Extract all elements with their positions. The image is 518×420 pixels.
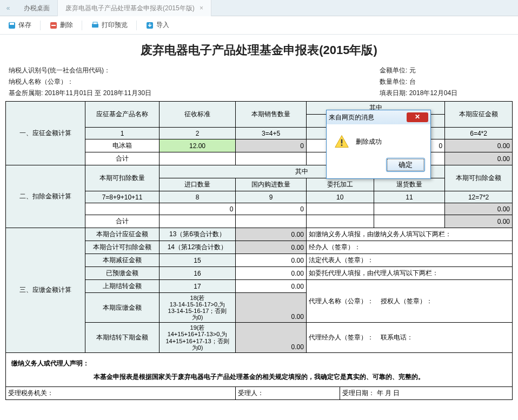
delete-icon (49, 21, 58, 30)
c11: 11 (374, 191, 445, 203)
r15l: 本期减征金额 (85, 254, 159, 267)
save-button[interactable]: 保存 (3, 18, 36, 32)
period-label: 基金所属期: (9, 89, 43, 97)
c7: 7=8+9+10+11 (85, 191, 159, 203)
import-icon (145, 21, 154, 30)
r14: 14（第12项合计数） (159, 241, 236, 254)
svg-rect-1 (10, 23, 14, 25)
declaration-head: 缴纳义务人或代理人声明： (8, 358, 510, 369)
footer-date: 受理日期： 年 月 日 (340, 386, 513, 399)
r17: 17 (159, 280, 236, 293)
footer-org: 受理税务机关： (6, 386, 236, 399)
save-icon (8, 21, 16, 30)
note6: 代理经办人（签章）： 联系电话： (306, 323, 512, 352)
note1: 如缴纳义务人填报，由缴纳义务人填写以下两栏： (306, 228, 512, 241)
delete-label: 删除 (60, 21, 73, 30)
warning-icon (334, 134, 349, 149)
v15[interactable]: 0.00 (236, 254, 306, 267)
v10[interactable] (306, 203, 374, 215)
return: 退货数量 (374, 178, 445, 191)
dialog-title: 来自网页的消息 (329, 113, 374, 122)
form-page: 废弃电器电子产品处理基金申报表(2015年版) 纳税人识别号(统一社会信用代码)… (0, 35, 518, 420)
sum1-3 (236, 152, 306, 165)
tab-label: 废弃电器电子产品处理基金申报表(2015年版) (65, 4, 195, 12)
r19: 19(若 14+15+16+17-13>0,为 14+15+16+17-13；否… (159, 323, 236, 352)
r15: 15 (159, 254, 236, 267)
taxpayer-id-label: 纳税人识别号(统一社会信用代码)： (9, 66, 380, 75)
main-table: 一、应征金额计算 应征基金产品名称 征收标准 本期销售数量 其中 本期应征金额 … (5, 101, 513, 400)
svg-rect-7 (341, 139, 343, 144)
close-icon[interactable]: × (200, 4, 203, 12)
col-rate: 征收标准 (159, 102, 236, 128)
tab-desktop[interactable]: 办税桌面 (16, 0, 58, 16)
dialog-message: 删除成功 (356, 137, 382, 146)
fill-date: 2018年12月04日 (409, 89, 457, 97)
svg-rect-8 (341, 144, 343, 146)
sales-cell[interactable]: 0 (236, 139, 306, 152)
r18l: 本期应缴金额 (85, 293, 159, 323)
unit-amount: 金额单位: 元 (380, 66, 509, 75)
toolbar: 保存 删除 打印预览 导入 (0, 16, 518, 35)
v16[interactable]: 0.00 (236, 267, 306, 280)
import-label: 导入 (156, 21, 169, 30)
tab-fund-form[interactable]: 废弃电器电子产品处理基金申报表(2015年版) × (58, 0, 211, 16)
printer-icon (91, 21, 99, 30)
due-cell: 0.00 (445, 139, 513, 152)
v11[interactable] (374, 203, 445, 215)
c10: 10 (306, 191, 374, 203)
v9[interactable]: 0 (236, 203, 306, 215)
import-button[interactable]: 导入 (141, 18, 174, 32)
import: 进口数量 (159, 178, 236, 191)
r16l: 已预缴金额 (85, 267, 159, 280)
c2: 2 (159, 128, 236, 139)
note5: 代理人名称（公章）： 授权人（签章）： (306, 280, 512, 323)
s12: 0.00 (445, 215, 513, 228)
footer-person: 受理人： (236, 386, 340, 399)
s9 (236, 215, 306, 228)
print-preview-button[interactable]: 打印预览 (87, 18, 132, 32)
page-title: 废弃电器电子产品处理基金申报表(2015年版) (5, 42, 513, 58)
declaration-body: 本基金申报表是根据国家关于废弃电器电子产品处理基金的相关规定填报的，我确定它是真… (8, 372, 510, 382)
sum1-label: 合计 (85, 152, 159, 165)
unit-qty: 数量单位: 台 (380, 77, 509, 86)
sum2-label: 合计 (85, 215, 159, 228)
c6: 6=4*2 (445, 128, 513, 139)
col-sales: 本期销售数量 (236, 102, 306, 128)
tabs-back-button[interactable]: « (0, 4, 16, 12)
v8[interactable]: 0 (159, 203, 236, 215)
separator (40, 21, 41, 30)
c12: 12=7*2 (445, 191, 513, 203)
preview-label: 打印预览 (102, 21, 128, 30)
v17[interactable]: 0.00 (236, 280, 306, 293)
product-cell[interactable]: 电冰箱 (85, 139, 159, 152)
col-product: 应征基金产品名称 (85, 102, 159, 128)
svg-rect-3 (51, 25, 56, 26)
v14: 0.00 (236, 241, 306, 254)
diag (159, 152, 236, 165)
dedqty: 本期可扣除数量 (85, 165, 159, 191)
r18: 18(若 13-14-15-16-17>0,为 13-14-15-16-17；否… (159, 293, 236, 323)
r16: 16 (159, 267, 236, 280)
section1-label: 一、应征金额计算 (6, 102, 85, 165)
section3-label: 三、应缴金额计算 (6, 228, 85, 353)
v7[interactable] (85, 203, 159, 215)
dedamt: 本期可扣除金额 (445, 165, 513, 191)
s10 (306, 215, 374, 228)
dialog-ok-button[interactable]: 确定 (386, 158, 425, 172)
dialog-close-button[interactable]: ✕ (407, 112, 428, 122)
rate-cell[interactable]: 12.00 (159, 139, 236, 152)
s11 (374, 215, 445, 228)
message-dialog: 来自网页的消息 ✕ 删除成功 确定 (326, 110, 431, 179)
separator (136, 21, 137, 30)
svg-rect-5 (93, 22, 97, 24)
c8: 8 (159, 191, 236, 203)
r19l: 本期结转下期金额 (85, 323, 159, 352)
r13l: 本期合计应征金额 (85, 228, 159, 241)
c1: 1 (85, 128, 159, 139)
note2: 经办人（签章）： (306, 241, 512, 254)
c9: 9 (236, 191, 306, 203)
separator (82, 21, 82, 30)
taxpayer-name-label: 纳税人名称（公章）： (9, 77, 380, 86)
delete-button[interactable]: 删除 (45, 18, 77, 32)
r13: 13（第6项合计数） (159, 228, 236, 241)
